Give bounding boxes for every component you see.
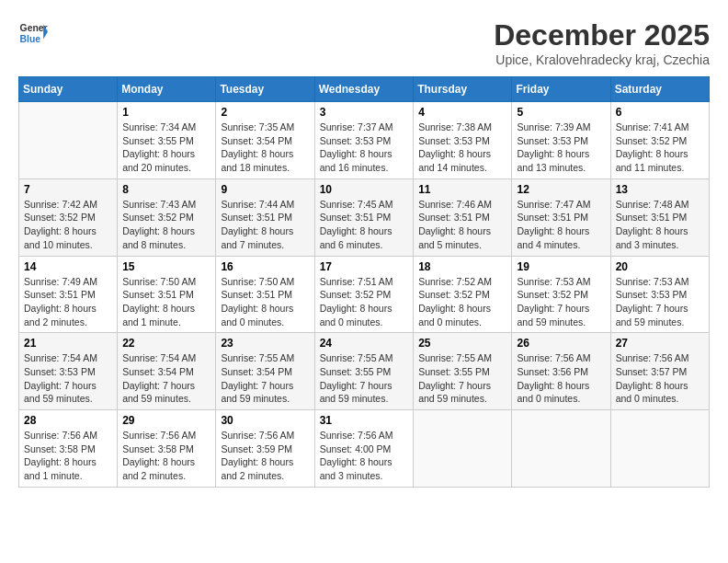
svg-text:Blue: Blue — [20, 34, 41, 44]
logo-icon: General Blue — [18, 18, 48, 48]
day-number: 22 — [122, 337, 210, 350]
calendar-cell: 17 Sunrise: 7:51 AM Sunset: 3:52 PM Dayl… — [314, 256, 414, 333]
day-sunrise: Sunrise: 7:56 AM — [517, 352, 590, 363]
calendar-cell: 10 Sunrise: 7:45 AM Sunset: 3:51 PM Dayl… — [314, 178, 414, 256]
day-daylight: Daylight: 8 hours and 0 minutes. — [616, 380, 688, 405]
day-sunset: Sunset: 3:53 PM — [418, 135, 490, 146]
day-sunset: Sunset: 3:51 PM — [221, 289, 292, 300]
day-sunset: Sunset: 3:51 PM — [221, 212, 292, 223]
day-number: 28 — [24, 414, 112, 427]
day-number: 6 — [616, 106, 704, 119]
day-sunrise: Sunrise: 7:51 AM — [320, 276, 393, 287]
calendar-cell: 7 Sunrise: 7:42 AM Sunset: 3:52 PM Dayli… — [19, 178, 118, 256]
day-sunrise: Sunrise: 7:53 AM — [517, 276, 590, 287]
header-sunday: Sunday — [19, 77, 118, 102]
calendar-cell: 22 Sunrise: 7:54 AM Sunset: 3:54 PM Dayl… — [118, 333, 216, 410]
day-number: 27 — [616, 337, 704, 350]
calendar-cell: 21 Sunrise: 7:54 AM Sunset: 3:53 PM Dayl… — [19, 333, 118, 410]
header: General Blue December 2025 Upice, Kralov… — [18, 18, 710, 67]
day-number: 23 — [221, 337, 309, 350]
day-daylight: Daylight: 8 hours and 2 minutes. — [24, 303, 97, 327]
day-number: 24 — [320, 337, 409, 350]
day-daylight: Daylight: 8 hours and 3 minutes. — [320, 456, 392, 481]
day-number: 18 — [418, 260, 506, 273]
day-daylight: Daylight: 8 hours and 0 minutes. — [320, 303, 392, 327]
calendar-cell: 4 Sunrise: 7:38 AM Sunset: 3:53 PM Dayli… — [414, 102, 512, 179]
calendar-week-row: 7 Sunrise: 7:42 AM Sunset: 3:52 PM Dayli… — [19, 178, 710, 256]
day-sunrise: Sunrise: 7:50 AM — [122, 276, 196, 287]
calendar-cell: 14 Sunrise: 7:49 AM Sunset: 3:51 PM Dayl… — [19, 256, 118, 333]
day-sunset: Sunset: 3:55 PM — [418, 366, 490, 377]
day-daylight: Daylight: 8 hours and 6 minutes. — [320, 225, 392, 250]
day-sunrise: Sunrise: 7:46 AM — [418, 199, 492, 210]
day-number: 5 — [517, 106, 605, 119]
calendar-cell: 27 Sunrise: 7:56 AM Sunset: 3:57 PM Dayl… — [610, 333, 709, 410]
day-sunset: Sunset: 3:51 PM — [24, 289, 96, 300]
day-daylight: Daylight: 7 hours and 59 minutes. — [418, 380, 491, 405]
day-daylight: Daylight: 7 hours and 59 minutes. — [122, 380, 195, 405]
day-sunset: Sunset: 3:52 PM — [616, 135, 688, 146]
calendar-cell: 18 Sunrise: 7:52 AM Sunset: 3:52 PM Dayl… — [414, 256, 512, 333]
day-sunrise: Sunrise: 7:34 AM — [122, 121, 196, 132]
header-saturday: Saturday — [610, 77, 709, 102]
title-section: December 2025 Upice, Kralovehradecky kra… — [494, 18, 710, 67]
day-sunrise: Sunrise: 7:42 AM — [24, 199, 97, 210]
day-sunset: Sunset: 3:53 PM — [320, 135, 392, 146]
day-sunset: Sunset: 3:56 PM — [517, 366, 588, 377]
day-sunrise: Sunrise: 7:55 AM — [221, 352, 294, 363]
day-sunset: Sunset: 3:58 PM — [24, 443, 96, 454]
calendar-cell: 11 Sunrise: 7:46 AM Sunset: 3:51 PM Dayl… — [414, 178, 512, 256]
day-sunset: Sunset: 3:59 PM — [221, 443, 292, 454]
day-sunrise: Sunrise: 7:44 AM — [221, 199, 294, 210]
day-sunset: Sunset: 3:57 PM — [616, 366, 688, 377]
calendar-week-row: 1 Sunrise: 7:34 AM Sunset: 3:55 PM Dayli… — [19, 102, 710, 179]
day-number: 10 — [320, 183, 409, 196]
page-subtitle: Upice, Kralovehradecky kraj, Czechia — [494, 52, 710, 67]
day-daylight: Daylight: 8 hours and 20 minutes. — [122, 148, 195, 173]
day-sunrise: Sunrise: 7:53 AM — [616, 276, 689, 287]
day-daylight: Daylight: 8 hours and 4 minutes. — [517, 225, 589, 250]
header-wednesday: Wednesday — [314, 77, 414, 102]
day-number: 14 — [24, 260, 112, 273]
day-sunset: Sunset: 3:52 PM — [418, 289, 490, 300]
day-number: 2 — [221, 106, 309, 119]
day-daylight: Daylight: 8 hours and 16 minutes. — [320, 148, 392, 173]
calendar-cell: 9 Sunrise: 7:44 AM Sunset: 3:51 PM Dayli… — [216, 178, 314, 256]
day-sunset: Sunset: 3:51 PM — [616, 212, 688, 223]
day-sunset: Sunset: 3:52 PM — [320, 289, 392, 300]
day-sunrise: Sunrise: 7:56 AM — [221, 430, 294, 441]
calendar-cell: 16 Sunrise: 7:50 AM Sunset: 3:51 PM Dayl… — [216, 256, 314, 333]
day-number: 1 — [122, 106, 210, 119]
day-number: 30 — [221, 414, 309, 427]
day-daylight: Daylight: 7 hours and 59 minutes. — [24, 380, 97, 405]
calendar-cell: 5 Sunrise: 7:39 AM Sunset: 3:53 PM Dayli… — [512, 102, 610, 179]
calendar-table: Sunday Monday Tuesday Wednesday Thursday… — [18, 76, 710, 488]
day-daylight: Daylight: 8 hours and 2 minutes. — [221, 456, 293, 481]
calendar-cell: 13 Sunrise: 7:48 AM Sunset: 3:51 PM Dayl… — [610, 178, 709, 256]
day-sunset: Sunset: 3:53 PM — [616, 289, 688, 300]
day-daylight: Daylight: 7 hours and 59 minutes. — [320, 380, 392, 405]
day-daylight: Daylight: 8 hours and 11 minutes. — [616, 148, 688, 173]
day-daylight: Daylight: 8 hours and 2 minutes. — [122, 456, 195, 481]
day-sunrise: Sunrise: 7:38 AM — [418, 121, 492, 132]
day-daylight: Daylight: 7 hours and 59 minutes. — [221, 380, 293, 405]
day-sunset: Sunset: 3:52 PM — [24, 212, 96, 223]
day-number: 12 — [517, 183, 605, 196]
header-thursday: Thursday — [414, 77, 512, 102]
calendar-cell: 26 Sunrise: 7:56 AM Sunset: 3:56 PM Dayl… — [512, 333, 610, 410]
day-number: 4 — [418, 106, 506, 119]
calendar-body: 1 Sunrise: 7:34 AM Sunset: 3:55 PM Dayli… — [19, 102, 710, 488]
calendar-cell: 6 Sunrise: 7:41 AM Sunset: 3:52 PM Dayli… — [610, 102, 709, 179]
calendar-header: Sunday Monday Tuesday Wednesday Thursday… — [19, 77, 710, 102]
calendar-cell: 23 Sunrise: 7:55 AM Sunset: 3:54 PM Dayl… — [216, 333, 314, 410]
day-sunset: Sunset: 3:54 PM — [221, 366, 292, 377]
day-sunset: Sunset: 3:54 PM — [221, 135, 292, 146]
day-daylight: Daylight: 7 hours and 59 minutes. — [517, 303, 589, 327]
day-sunrise: Sunrise: 7:56 AM — [24, 430, 97, 441]
calendar-cell: 24 Sunrise: 7:55 AM Sunset: 3:55 PM Dayl… — [314, 333, 414, 410]
day-number: 8 — [122, 183, 210, 196]
day-sunset: Sunset: 3:51 PM — [122, 289, 194, 300]
calendar-cell: 20 Sunrise: 7:53 AM Sunset: 3:53 PM Dayl… — [610, 256, 709, 333]
day-sunrise: Sunrise: 7:47 AM — [517, 199, 590, 210]
day-number: 25 — [418, 337, 506, 350]
